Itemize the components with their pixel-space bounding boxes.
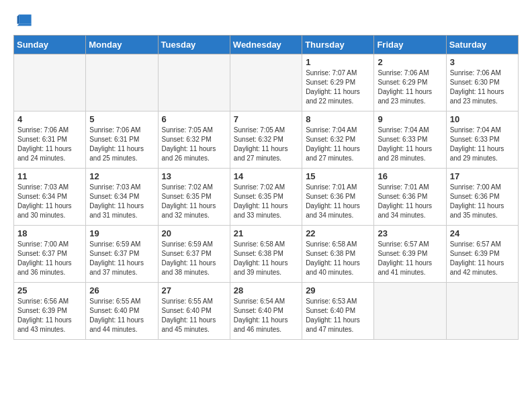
day-number: 24: [450, 228, 515, 238]
day-number: 17: [450, 171, 515, 181]
calendar-cell: 5Sunrise: 7:06 AM Sunset: 6:31 PM Daylig…: [86, 111, 158, 169]
calendar-cell: 6Sunrise: 7:05 AM Sunset: 6:32 PM Daylig…: [158, 111, 230, 169]
calendar-cell: 17Sunrise: 7:00 AM Sunset: 6:36 PM Dayli…: [446, 169, 518, 226]
day-number: 21: [234, 228, 298, 238]
day-info: Sunrise: 6:56 AM Sunset: 6:39 PM Dayligh…: [17, 297, 82, 334]
calendar-week-0: 1Sunrise: 7:07 AM Sunset: 6:29 PM Daylig…: [14, 54, 519, 111]
day-number: 10: [450, 114, 515, 124]
weekday-header-saturday: Saturday: [446, 36, 518, 54]
calendar-cell: 26Sunrise: 6:55 AM Sunset: 6:40 PM Dayli…: [86, 283, 158, 340]
svg-marker-1: [17, 24, 32, 26]
day-number: 28: [234, 285, 298, 295]
weekday-header-friday: Friday: [374, 36, 446, 54]
calendar-week-3: 18Sunrise: 7:00 AM Sunset: 6:37 PM Dayli…: [14, 226, 519, 283]
day-info: Sunrise: 6:59 AM Sunset: 6:37 PM Dayligh…: [89, 240, 154, 277]
day-number: 15: [306, 171, 370, 181]
weekday-header-row: SundayMondayTuesdayWednesdayThursdayFrid…: [14, 36, 519, 54]
logo-icon: [13, 11, 32, 30]
day-info: Sunrise: 7:03 AM Sunset: 6:34 PM Dayligh…: [89, 183, 154, 220]
day-info: Sunrise: 7:07 AM Sunset: 6:29 PM Dayligh…: [306, 68, 370, 106]
calendar-cell: 12Sunrise: 7:03 AM Sunset: 6:34 PM Dayli…: [86, 169, 158, 226]
day-number: 20: [162, 228, 226, 238]
calendar-week-2: 11Sunrise: 7:03 AM Sunset: 6:34 PM Dayli…: [14, 169, 519, 226]
day-number: 22: [306, 228, 370, 238]
calendar-cell: [86, 54, 158, 111]
svg-marker-0: [19, 15, 31, 24]
weekday-header-tuesday: Tuesday: [158, 36, 230, 54]
logo: [13, 11, 34, 30]
day-info: Sunrise: 7:02 AM Sunset: 6:35 PM Dayligh…: [162, 183, 226, 220]
day-number: 1: [306, 57, 370, 67]
weekday-header-thursday: Thursday: [302, 36, 374, 54]
calendar-cell: [446, 283, 518, 340]
day-info: Sunrise: 7:04 AM Sunset: 6:32 PM Dayligh…: [306, 126, 370, 163]
calendar-cell: 14Sunrise: 7:02 AM Sunset: 6:35 PM Dayli…: [230, 169, 302, 226]
day-info: Sunrise: 6:53 AM Sunset: 6:40 PM Dayligh…: [306, 297, 370, 334]
day-number: 4: [17, 114, 82, 124]
day-number: 11: [17, 171, 82, 181]
day-info: Sunrise: 7:04 AM Sunset: 6:33 PM Dayligh…: [450, 126, 515, 163]
calendar-cell: 2Sunrise: 7:06 AM Sunset: 6:29 PM Daylig…: [374, 54, 446, 111]
day-info: Sunrise: 7:06 AM Sunset: 6:31 PM Dayligh…: [17, 126, 82, 163]
day-number: 25: [17, 285, 82, 295]
calendar-cell: 21Sunrise: 6:58 AM Sunset: 6:38 PM Dayli…: [230, 226, 302, 283]
calendar-cell: 15Sunrise: 7:01 AM Sunset: 6:36 PM Dayli…: [302, 169, 374, 226]
day-number: 27: [162, 285, 226, 295]
calendar-cell: 10Sunrise: 7:04 AM Sunset: 6:33 PM Dayli…: [446, 111, 518, 169]
calendar-cell: 18Sunrise: 7:00 AM Sunset: 6:37 PM Dayli…: [14, 226, 86, 283]
calendar-cell: 24Sunrise: 6:57 AM Sunset: 6:39 PM Dayli…: [446, 226, 518, 283]
day-info: Sunrise: 6:55 AM Sunset: 6:40 PM Dayligh…: [89, 297, 154, 334]
day-number: 3: [450, 57, 515, 67]
page: SundayMondayTuesdayWednesdayThursdayFrid…: [0, 0, 532, 411]
day-info: Sunrise: 7:06 AM Sunset: 6:29 PM Dayligh…: [378, 68, 442, 106]
day-number: 9: [378, 114, 442, 124]
day-number: 6: [162, 114, 226, 124]
day-number: 18: [17, 228, 82, 238]
day-number: 13: [162, 171, 226, 181]
day-info: Sunrise: 6:58 AM Sunset: 6:38 PM Dayligh…: [234, 240, 298, 277]
day-number: 5: [89, 114, 154, 124]
day-info: Sunrise: 6:57 AM Sunset: 6:39 PM Dayligh…: [378, 240, 442, 277]
calendar-cell: 20Sunrise: 6:59 AM Sunset: 6:37 PM Dayli…: [158, 226, 230, 283]
day-info: Sunrise: 6:54 AM Sunset: 6:40 PM Dayligh…: [234, 297, 298, 334]
calendar-cell: 19Sunrise: 6:59 AM Sunset: 6:37 PM Dayli…: [86, 226, 158, 283]
calendar-cell: [158, 54, 230, 111]
day-info: Sunrise: 7:06 AM Sunset: 6:31 PM Dayligh…: [89, 126, 154, 163]
calendar-cell: 13Sunrise: 7:02 AM Sunset: 6:35 PM Dayli…: [158, 169, 230, 226]
calendar-cell: 1Sunrise: 7:07 AM Sunset: 6:29 PM Daylig…: [302, 54, 374, 111]
calendar-cell: 16Sunrise: 7:01 AM Sunset: 6:36 PM Dayli…: [374, 169, 446, 226]
day-info: Sunrise: 7:05 AM Sunset: 6:32 PM Dayligh…: [162, 126, 226, 163]
day-info: Sunrise: 7:01 AM Sunset: 6:36 PM Dayligh…: [306, 183, 370, 220]
day-info: Sunrise: 6:59 AM Sunset: 6:37 PM Dayligh…: [162, 240, 226, 277]
day-number: 29: [306, 285, 370, 295]
day-number: 12: [89, 171, 154, 181]
day-number: 14: [234, 171, 298, 181]
day-info: Sunrise: 6:57 AM Sunset: 6:39 PM Dayligh…: [450, 240, 515, 277]
day-number: 16: [378, 171, 442, 181]
day-number: 19: [89, 228, 154, 238]
day-info: Sunrise: 7:03 AM Sunset: 6:34 PM Dayligh…: [17, 183, 82, 220]
day-info: Sunrise: 7:01 AM Sunset: 6:36 PM Dayligh…: [378, 183, 442, 220]
header: [13, 11, 519, 30]
calendar-cell: 22Sunrise: 6:58 AM Sunset: 6:38 PM Dayli…: [302, 226, 374, 283]
weekday-header-wednesday: Wednesday: [230, 36, 302, 54]
day-number: 2: [378, 57, 442, 67]
calendar-week-1: 4Sunrise: 7:06 AM Sunset: 6:31 PM Daylig…: [14, 111, 519, 169]
weekday-header-monday: Monday: [86, 36, 158, 54]
calendar-cell: 11Sunrise: 7:03 AM Sunset: 6:34 PM Dayli…: [14, 169, 86, 226]
calendar-week-4: 25Sunrise: 6:56 AM Sunset: 6:39 PM Dayli…: [14, 283, 519, 340]
day-number: 23: [378, 228, 442, 238]
day-info: Sunrise: 7:04 AM Sunset: 6:33 PM Dayligh…: [378, 126, 442, 163]
calendar-table: SundayMondayTuesdayWednesdayThursdayFrid…: [13, 35, 519, 340]
day-info: Sunrise: 7:02 AM Sunset: 6:35 PM Dayligh…: [234, 183, 298, 220]
calendar-cell: 7Sunrise: 7:05 AM Sunset: 6:32 PM Daylig…: [230, 111, 302, 169]
calendar-cell: [374, 283, 446, 340]
day-number: 8: [306, 114, 370, 124]
calendar-cell: 28Sunrise: 6:54 AM Sunset: 6:40 PM Dayli…: [230, 283, 302, 340]
calendar-cell: 9Sunrise: 7:04 AM Sunset: 6:33 PM Daylig…: [374, 111, 446, 169]
day-number: 26: [89, 285, 154, 295]
day-info: Sunrise: 7:00 AM Sunset: 6:37 PM Dayligh…: [17, 240, 82, 277]
calendar-cell: 27Sunrise: 6:55 AM Sunset: 6:40 PM Dayli…: [158, 283, 230, 340]
svg-marker-2: [17, 15, 19, 24]
day-info: Sunrise: 6:58 AM Sunset: 6:38 PM Dayligh…: [306, 240, 370, 277]
